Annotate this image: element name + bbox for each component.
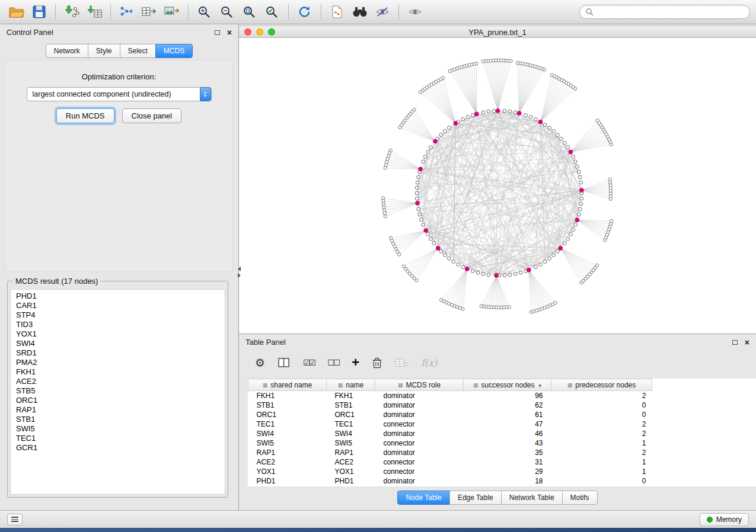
export-network-button[interactable]	[116, 2, 138, 21]
network-node[interactable]	[466, 116, 470, 119]
network-node[interactable]	[448, 126, 451, 130]
close-panel-icon[interactable]: ×	[745, 338, 749, 347]
network-node[interactable]	[448, 70, 451, 73]
network-node[interactable]	[508, 306, 511, 309]
network-node[interactable]	[516, 62, 519, 65]
close-panel-button[interactable]: Close panel	[122, 108, 182, 123]
network-node[interactable]	[461, 265, 465, 269]
network-node[interactable]	[461, 117, 465, 121]
table-cell[interactable]: STB1	[327, 400, 375, 410]
network-node[interactable]	[487, 273, 490, 277]
zoom-fit-button[interactable]	[239, 2, 260, 21]
table-cell[interactable]: dominator	[375, 391, 464, 401]
table-cell[interactable]: 29	[464, 467, 551, 476]
table-cell[interactable]: 2	[551, 419, 652, 429]
vertical-splitter[interactable]	[236, 264, 242, 280]
network-node[interactable]	[423, 155, 427, 159]
network-node[interactable]	[552, 254, 556, 257]
table-cell[interactable]: YOX1	[248, 467, 327, 476]
network-node[interactable]	[448, 257, 451, 260]
network-node[interactable]	[444, 254, 447, 257]
dominator-node[interactable]	[436, 246, 440, 251]
mcds-result-item[interactable]: YOX1	[11, 329, 225, 339]
table-row[interactable]: STB1STB1dominator620	[248, 400, 652, 410]
tab-network-table[interactable]: Network Table	[501, 491, 563, 505]
dominator-node[interactable]	[559, 246, 563, 251]
column-header-MCDS-role[interactable]: ▦MCDS role	[375, 379, 464, 391]
network-node[interactable]	[429, 237, 433, 241]
float-panel-icon[interactable]	[215, 30, 220, 35]
network-node[interactable]	[578, 175, 582, 179]
mcds-result-item[interactable]: TID3	[11, 320, 225, 329]
network-node[interactable]	[508, 110, 512, 113]
dominator-node[interactable]	[465, 267, 469, 271]
column-header-shared-name[interactable]: ▦shared name	[248, 379, 327, 391]
network-node[interactable]	[543, 123, 547, 127]
table-cell[interactable]: dominator	[375, 400, 464, 410]
network-node[interactable]	[418, 213, 422, 216]
table-cell[interactable]: connector	[375, 467, 464, 476]
mcds-result-item[interactable]: TEC1	[11, 434, 225, 443]
network-node[interactable]	[398, 253, 401, 256]
network-node[interactable]	[576, 165, 579, 168]
network-node[interactable]	[420, 218, 423, 222]
add-entry-button[interactable]: +	[352, 356, 359, 369]
dominator-node[interactable]	[496, 109, 500, 113]
network-node[interactable]	[508, 273, 512, 277]
tab-edge-table[interactable]: Edge Table	[449, 491, 502, 505]
network-node[interactable]	[426, 150, 430, 154]
memory-button[interactable]: Memory	[700, 513, 749, 526]
network-node[interactable]	[539, 263, 543, 267]
network-node[interactable]	[524, 114, 528, 117]
save-button[interactable]	[28, 2, 50, 21]
network-node[interactable]	[513, 272, 517, 275]
table-cell[interactable]: PHD1	[327, 476, 375, 486]
network-canvas[interactable]	[239, 38, 756, 334]
mcds-result-item[interactable]: CAR1	[11, 301, 225, 310]
zoom-in-button[interactable]	[194, 2, 215, 21]
network-node[interactable]	[452, 260, 455, 264]
network-node[interactable]	[569, 233, 573, 236]
network-node[interactable]	[444, 130, 447, 133]
network-node[interactable]	[461, 307, 464, 310]
network-node[interactable]	[595, 264, 598, 267]
network-node[interactable]	[577, 213, 580, 216]
import-network-button[interactable]	[61, 2, 82, 21]
network-node[interactable]	[556, 249, 559, 253]
table-cell[interactable]: SWI5	[248, 438, 327, 448]
network-node[interactable]	[476, 271, 480, 274]
table-cell[interactable]: 2	[551, 391, 652, 401]
network-node[interactable]	[471, 114, 474, 117]
table-cell[interactable]: SWI5	[327, 438, 375, 448]
function-builder-button[interactable]: f(x)	[421, 357, 437, 368]
apply-layout-button[interactable]	[294, 2, 315, 21]
network-node[interactable]	[471, 270, 474, 273]
table-row[interactable]: SWI5SWI5connector431	[248, 438, 652, 448]
network-node[interactable]	[415, 279, 418, 282]
network-node[interactable]	[572, 155, 575, 159]
tab-network[interactable]: Network	[46, 44, 88, 58]
table-cell[interactable]: 1	[551, 467, 652, 476]
network-node[interactable]	[503, 274, 506, 277]
export-table-button[interactable]	[139, 2, 160, 21]
show-hide-details-button[interactable]	[404, 2, 426, 21]
table-cell[interactable]: 1	[551, 438, 652, 448]
network-titlebar[interactable]: YPA_prune.txt_1	[239, 27, 756, 38]
table-cell[interactable]: 35	[464, 448, 551, 457]
show-columns-button[interactable]	[278, 357, 290, 368]
dominator-node[interactable]	[495, 274, 499, 278]
mcds-result-item[interactable]: PMA2	[11, 358, 225, 367]
close-window-icon[interactable]	[244, 28, 251, 36]
table-cell[interactable]: connector	[375, 457, 464, 467]
table-cell[interactable]: 62	[464, 400, 551, 410]
network-node[interactable]	[384, 166, 387, 169]
tab-style[interactable]: Style	[88, 44, 120, 58]
dominator-node[interactable]	[517, 111, 521, 116]
table-cell[interactable]: FKH1	[248, 391, 327, 401]
table-cell[interactable]: connector	[375, 419, 464, 429]
table-cell[interactable]: YOX1	[327, 467, 375, 476]
table-cell[interactable]: dominator	[375, 410, 464, 419]
mcds-result-item[interactable]: GCR1	[11, 443, 225, 453]
table-cell[interactable]: FKH1	[327, 391, 375, 401]
table-cell[interactable]: RAP1	[248, 448, 327, 457]
